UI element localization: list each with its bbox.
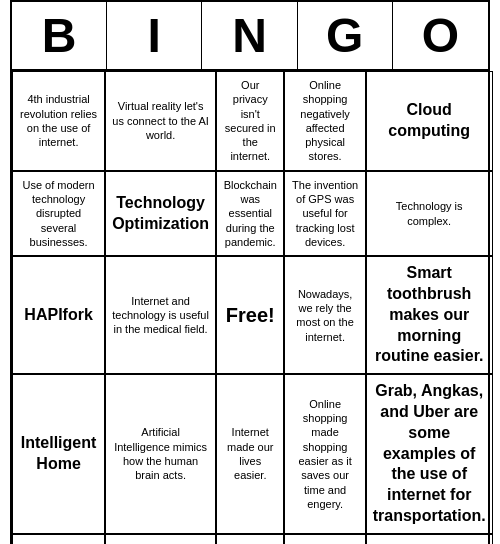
bingo-cell-16: Artificial Intelligence mimics how the h… [105, 374, 216, 534]
bingo-cell-1: Virtual reality let's us connect to the … [105, 71, 216, 171]
bingo-cell-18: Online shopping made shopping easier as … [284, 374, 365, 534]
bingo-cell-15: Intelligent Home [12, 374, 105, 534]
bingo-cell-17: Internet made our lives easier. [216, 374, 284, 534]
bingo-letter-b: B [12, 2, 107, 69]
bingo-cell-3: Online shopping negatively affected phys… [284, 71, 365, 171]
bingo-cell-22: MyVessyl Cup monitors the contents of ou… [216, 534, 284, 544]
bingo-cell-4: Cloud computing [366, 71, 493, 171]
bingo-cell-8: The invention of GPS was useful for trac… [284, 171, 365, 256]
bingo-letter-n: N [202, 2, 297, 69]
bingo-cell-6: Technology Optimization [105, 171, 216, 256]
bingo-cell-13: Nowadays, we rely the most on the intern… [284, 256, 365, 374]
bingo-header: BINGO [12, 2, 488, 71]
bingo-cell-11: Internet and technology is useful in the… [105, 256, 216, 374]
bingo-grid: 4th industrial revolution relies on the … [12, 71, 488, 544]
bingo-cell-2: Our privacy isn't secured in the interne… [216, 71, 284, 171]
bingo-cell-21: Robotics is under Artificial Intelligenc… [105, 534, 216, 544]
bingo-cell-10: HAPIfork [12, 256, 105, 374]
bingo-cell-20: Use of the cashless mode of payment was … [12, 534, 105, 544]
bingo-cell-19: Grab, Angkas, and Uber are some examples… [366, 374, 493, 534]
bingo-card: BINGO 4th industrial revolution relies o… [10, 0, 490, 544]
bingo-cell-14: Smart toothbrush makes our morning routi… [366, 256, 493, 374]
bingo-letter-o: O [393, 2, 488, 69]
bingo-cell-0: 4th industrial revolution relies on the … [12, 71, 105, 171]
bingo-cell-24: Artificial Intelligence is machine learn… [366, 534, 493, 544]
bingo-cell-7: Blockchain was essential during the pand… [216, 171, 284, 256]
bingo-letter-g: G [298, 2, 393, 69]
bingo-cell-9: Technology is complex. [366, 171, 493, 256]
bingo-cell-12: Free! [216, 256, 284, 374]
bingo-letter-i: I [107, 2, 202, 69]
bingo-cell-5: Use of modern technology disrupted sever… [12, 171, 105, 256]
bingo-cell-23: Internet helped in waste management. Exa… [284, 534, 365, 544]
